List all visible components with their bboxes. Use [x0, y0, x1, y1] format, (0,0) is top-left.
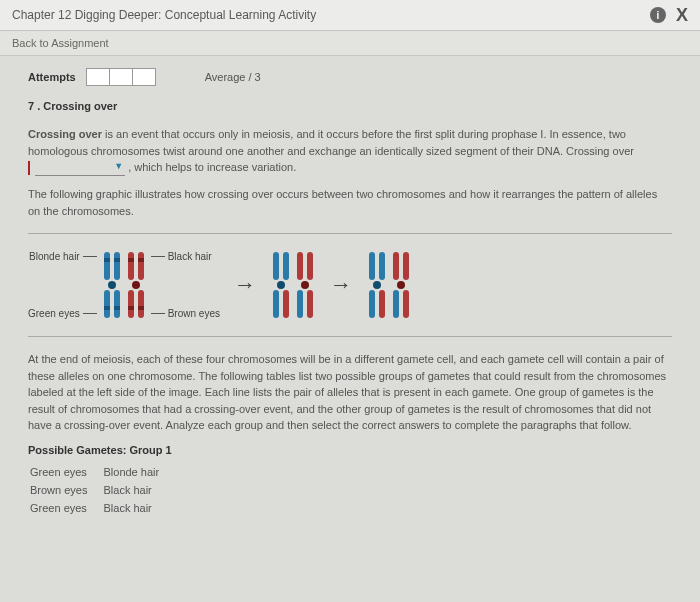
main-content: Attempts Average / 3 7 . Crossing over C…: [0, 56, 700, 530]
svg-rect-21: [273, 290, 279, 318]
svg-rect-0: [104, 252, 110, 280]
svg-rect-3: [104, 290, 110, 318]
table-row: Green eyesBlonde hair: [30, 464, 173, 480]
svg-rect-23: [297, 252, 303, 280]
question-title: 7 . Crossing over: [28, 100, 672, 112]
chromosome-red-3: [390, 250, 412, 320]
labels-left: Blonde hair Green eyes: [28, 251, 97, 319]
svg-rect-19: [283, 252, 289, 280]
chromosome-red-1: [125, 250, 147, 320]
arrow-icon: →: [330, 272, 352, 298]
label-dash: [83, 256, 97, 257]
svg-point-11: [132, 281, 140, 289]
label-dash: [83, 313, 97, 314]
svg-rect-1: [114, 252, 120, 280]
cell: Black hair: [103, 482, 173, 498]
svg-rect-15: [138, 258, 144, 262]
cell: Black hair: [103, 500, 173, 516]
arrow-icon: →: [234, 272, 256, 298]
svg-rect-24: [307, 252, 313, 280]
svg-rect-9: [128, 252, 134, 280]
labels-right: Black hair Brown eyes: [151, 251, 220, 319]
attempts-row: Attempts Average / 3: [28, 68, 672, 86]
label-green-eyes: Green eyes: [28, 308, 80, 319]
p1-text-b: , which helps to increase variation.: [128, 161, 296, 173]
crossing-over-diagram: Blonde hair Green eyes: [28, 233, 672, 337]
svg-point-2: [108, 281, 116, 289]
svg-rect-14: [128, 258, 134, 262]
svg-rect-4: [114, 290, 120, 318]
dropdown-blank-1[interactable]: [35, 160, 125, 176]
svg-rect-6: [114, 258, 120, 262]
svg-rect-27: [307, 290, 313, 318]
svg-rect-28: [369, 252, 375, 280]
text-cursor: [28, 161, 30, 175]
attempt-boxes: [86, 68, 155, 86]
paragraph-1: Crossing over is an event that occurs on…: [28, 126, 672, 176]
svg-rect-7: [104, 306, 110, 310]
chromosome-stage-2: [270, 250, 316, 320]
svg-rect-10: [138, 252, 144, 280]
label-blonde-hair: Blonde hair: [29, 251, 80, 262]
cell: Green eyes: [30, 500, 101, 516]
svg-rect-22: [283, 290, 289, 318]
chromosome-red-2: [294, 250, 316, 320]
svg-point-35: [397, 281, 405, 289]
back-to-assignment-link[interactable]: Back to Assignment: [0, 31, 700, 56]
cell: Brown eyes: [30, 482, 101, 498]
svg-rect-33: [393, 252, 399, 280]
svg-rect-18: [273, 252, 279, 280]
svg-rect-12: [128, 290, 134, 318]
info-icon[interactable]: i: [650, 7, 666, 23]
attempt-box-1[interactable]: [86, 68, 110, 86]
cell: Green eyes: [30, 464, 101, 480]
svg-rect-16: [128, 306, 134, 310]
svg-rect-29: [379, 252, 385, 280]
paragraph-2: The following graphic illustrates how cr…: [28, 186, 672, 219]
cell: Blonde hair: [103, 464, 173, 480]
p1-text-a: is an event that occurs only in meiosis,…: [28, 128, 634, 157]
svg-rect-13: [138, 290, 144, 318]
svg-point-20: [277, 281, 285, 289]
chromosome-blue-3: [366, 250, 388, 320]
group-1-table: Green eyesBlonde hair Brown eyesBlack ha…: [28, 462, 175, 518]
table-row: Brown eyesBlack hair: [30, 482, 173, 498]
average-label: Average / 3: [205, 71, 261, 83]
label-black-hair: Black hair: [168, 251, 212, 262]
window-controls: i X: [650, 6, 688, 24]
svg-rect-37: [403, 290, 409, 318]
table-row: Green eyesBlack hair: [30, 500, 173, 516]
close-icon[interactable]: X: [676, 6, 688, 24]
svg-point-25: [301, 281, 309, 289]
svg-rect-5: [104, 258, 110, 262]
attempts-label: Attempts: [28, 71, 76, 83]
label-dash: [151, 256, 165, 257]
attempt-box-3[interactable]: [132, 68, 156, 86]
svg-rect-17: [138, 306, 144, 310]
svg-rect-36: [393, 290, 399, 318]
title-bar: Chapter 12 Digging Deeper: Conceptual Le…: [0, 0, 700, 31]
svg-point-30: [373, 281, 381, 289]
label-brown-eyes: Brown eyes: [168, 308, 220, 319]
svg-rect-26: [297, 290, 303, 318]
chromosome-blue-1: [101, 250, 123, 320]
fade-overlay: [0, 572, 700, 602]
chromosome-blue-2: [270, 250, 292, 320]
svg-rect-32: [379, 290, 385, 318]
attempt-box-2[interactable]: [109, 68, 133, 86]
label-dash: [151, 313, 165, 314]
chromosome-stage-1: Blonde hair Green eyes: [28, 250, 220, 320]
page-title: Chapter 12 Digging Deeper: Conceptual Le…: [12, 8, 316, 22]
svg-rect-34: [403, 252, 409, 280]
svg-rect-31: [369, 290, 375, 318]
svg-rect-8: [114, 306, 120, 310]
group-1-title: Possible Gametes: Group 1: [28, 444, 672, 456]
term-crossing-over: Crossing over: [28, 128, 102, 140]
paragraph-3: At the end of meiosis, each of these fou…: [28, 351, 672, 434]
gametes-group-1: Possible Gametes: Group 1 Green eyesBlon…: [28, 444, 672, 518]
chromosome-stage-3: [366, 250, 412, 320]
